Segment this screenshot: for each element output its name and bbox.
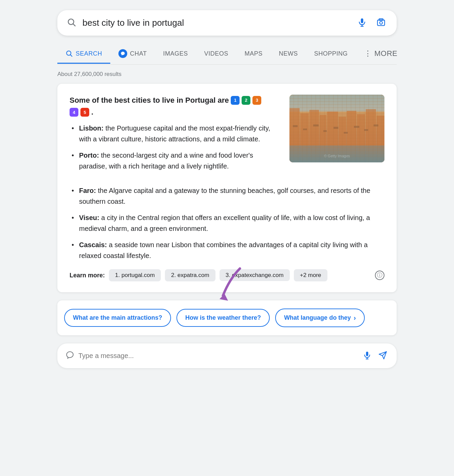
svg-rect-18 [347, 111, 356, 162]
tab-more-label: MORE [374, 49, 397, 58]
tab-shopping-label: SHOPPING [314, 50, 348, 57]
card-image: © Getty Images [289, 95, 384, 162]
svg-rect-16 [327, 112, 338, 162]
svg-rect-15 [320, 115, 326, 162]
svg-rect-17 [339, 117, 346, 162]
search-query[interactable]: best city to live in portugal [82, 18, 356, 28]
svg-rect-5 [378, 20, 385, 25]
bullet-list-continued: Faro: the Algarve capital and a gateway … [70, 185, 384, 261]
source-chip-2[interactable]: 2. expatra.com [165, 269, 215, 281]
search-right-icons [356, 16, 387, 29]
source-chip-1[interactable]: 1. portugal.com [109, 269, 161, 281]
svg-rect-14 [309, 110, 319, 162]
search-bar: best city to live in portugal [57, 10, 397, 36]
tab-more[interactable]: ⋮ MORE [356, 44, 406, 64]
mic-button[interactable] [361, 350, 373, 362]
tab-maps-label: MAPS [245, 50, 263, 57]
info-icon[interactable]: ⓘ [375, 271, 384, 280]
suggestion-chip-3[interactable]: What language do they › [275, 309, 365, 327]
chevron-right-icon: › [354, 314, 356, 322]
camera-button[interactable] [375, 16, 387, 29]
svg-rect-31 [289, 145, 384, 162]
svg-rect-30 [374, 124, 378, 126]
suggestion-chip-1[interactable]: What are the main attractions? [64, 309, 171, 327]
svg-text:© Getty Images: © Getty Images [324, 154, 350, 158]
suggestion-chip-2[interactable]: How is the weather there? [176, 309, 270, 327]
list-item: Viseu: a city in the Central region that… [70, 212, 384, 234]
bullet-list: Lisbon: the Portuguese capital and the m… [70, 123, 281, 172]
tab-chat-label: CHAT [130, 50, 147, 57]
svg-rect-2 [361, 18, 363, 23]
list-item: Cascais: a seaside town near Lisbon that… [70, 239, 384, 261]
suggestion-chip-3-label: What language do they [284, 314, 351, 321]
list-item: Faro: the Algarve capital and a gateway … [70, 185, 384, 207]
search-tab-icon [65, 50, 73, 57]
learn-more-row: Learn more: 1. portugal.com 2. expatra.c… [70, 269, 384, 281]
svg-rect-10 [289, 95, 384, 162]
ref-badge-1[interactable]: 1 [231, 96, 240, 105]
tab-images-label: IMAGES [163, 50, 188, 57]
svg-rect-23 [303, 128, 307, 130]
portugal-photo: © Getty Images [289, 95, 384, 162]
list-item: Porto: the second-largest city and a win… [70, 150, 281, 172]
svg-marker-33 [220, 294, 228, 301]
svg-rect-25 [323, 130, 327, 132]
ref-badge-5[interactable]: 5 [80, 108, 89, 117]
tab-search-label: SEARCH [76, 50, 102, 57]
message-input[interactable] [78, 352, 357, 360]
tab-news-label: NEWS [279, 50, 298, 57]
source-chip-3[interactable]: 3. expatexchange.com [220, 269, 290, 281]
microphone-button[interactable] [356, 16, 368, 29]
svg-rect-34 [366, 352, 368, 356]
svg-rect-26 [334, 127, 338, 129]
svg-rect-28 [354, 126, 359, 128]
suggestion-row: What are the main attractions? How is th… [57, 300, 397, 335]
svg-rect-29 [364, 129, 368, 131]
svg-rect-11 [289, 95, 384, 112]
svg-point-7 [380, 21, 382, 24]
svg-rect-13 [300, 113, 309, 162]
send-button[interactable] [377, 350, 389, 362]
learn-more-label: Learn more: [70, 272, 105, 279]
svg-rect-27 [344, 132, 348, 134]
svg-rect-20 [366, 109, 376, 162]
card-top: Some of the best cities to live in Portu… [70, 95, 384, 177]
ref-badge-2[interactable]: 2 [242, 96, 250, 105]
tab-chat[interactable]: CHAT [110, 44, 155, 64]
tab-maps[interactable]: MAPS [237, 45, 271, 64]
svg-rect-19 [357, 114, 365, 162]
list-item: Lisbon: the Portuguese capital and the m… [70, 123, 281, 144]
svg-rect-21 [377, 116, 384, 162]
results-count: About 27,600,000 results [57, 71, 397, 78]
tab-news[interactable]: NEWS [271, 45, 306, 64]
tab-search[interactable]: SEARCH [57, 44, 110, 64]
ref-badge-4[interactable]: 4 [70, 108, 78, 117]
more-chip[interactable]: +2 more [294, 269, 327, 281]
message-input-bar [57, 343, 397, 368]
search-icon [67, 18, 76, 28]
svg-rect-12 [289, 108, 300, 162]
svg-rect-22 [293, 125, 298, 127]
card-heading: Some of the best cities to live in Portu… [70, 95, 281, 106]
svg-rect-24 [313, 124, 319, 126]
tab-images[interactable]: IMAGES [155, 45, 196, 64]
card-text-area: Some of the best cities to live in Portu… [70, 95, 281, 177]
tab-shopping[interactable]: SHOPPING [306, 45, 356, 64]
tab-videos-label: VIDEOS [204, 50, 228, 57]
heading-dot: . [91, 108, 93, 117]
heading-text: Some of the best cities to live in Portu… [70, 95, 229, 106]
tab-videos[interactable]: VIDEOS [196, 45, 237, 64]
nav-tabs: SEARCH CHAT IMAGES VIDEOS MAPS NEWS S [57, 44, 397, 65]
svg-line-9 [70, 55, 72, 56]
main-result-card: Some of the best cities to live in Portu… [57, 84, 397, 292]
chat-tab-icon [118, 49, 127, 58]
message-bubble-icon [65, 351, 74, 361]
ref-badge-3[interactable]: 3 [252, 96, 261, 105]
svg-line-1 [73, 24, 75, 26]
